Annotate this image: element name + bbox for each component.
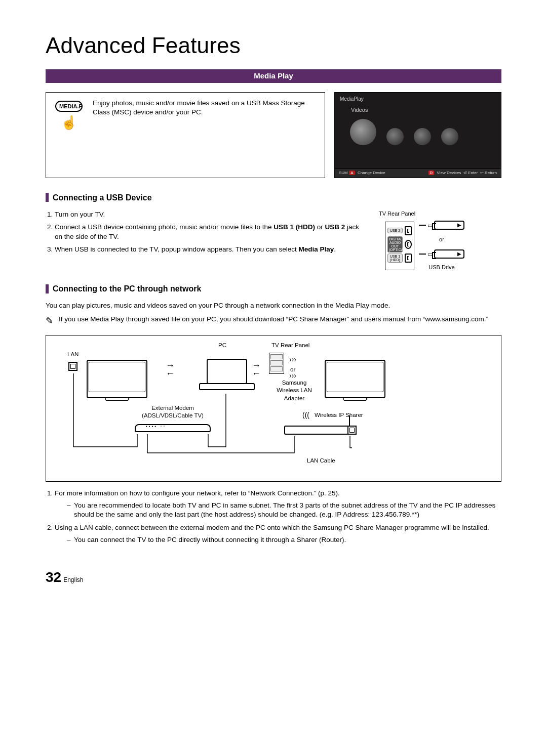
rear-panel-diagram: USB 2 DIGITAL AUDIO OUT (OPTICAL) USB 1 …	[385, 221, 491, 271]
category-icon	[386, 128, 404, 145]
pc-note: ✎ If you use Media Play through saved fi…	[46, 315, 501, 327]
list-item: You can connect the TV to the PC directl…	[67, 535, 501, 544]
bottombar-left: SUM A Change Device	[339, 171, 385, 176]
hand-icon: ☝	[52, 114, 86, 132]
rear-panel-label: TV Rear Panel	[379, 210, 501, 218]
section-usb-heading: Connecting a USB Device	[46, 192, 501, 203]
tv-screenshot: MediaPlay Videos SUM A Change Device D V…	[334, 92, 501, 178]
cable-lines	[46, 335, 501, 481]
list-item: Using a LAN cable, connect between the e…	[55, 523, 501, 544]
page-number: 32	[46, 568, 61, 587]
usb-drive-icon	[434, 249, 464, 259]
list-item: You are recommended to locate both TV an…	[67, 501, 501, 519]
usb-port-icon	[405, 226, 412, 235]
intro-row: MEDIA.P ☝ Enjoy photos, music and/or mov…	[46, 92, 501, 178]
list-item: When USB is connected to the TV, popup w…	[55, 245, 363, 254]
pc-intro-para: You can play pictures, music and videos …	[46, 301, 501, 310]
page-language: English	[63, 576, 83, 584]
usb-drive-label: USB Drive	[428, 264, 454, 271]
screenshot-header: MediaPlay	[340, 96, 496, 103]
network-diagram: LAN PC TV Rear Panel or Samsung Wireless…	[46, 335, 501, 482]
list-item: Connect a USB device containing photo, m…	[55, 223, 363, 241]
a-badge: A	[349, 171, 355, 175]
usb-steps: Turn on your TV. Connect a USB device co…	[55, 210, 363, 254]
bottombar-right: D View Devices ⏎ Enter ↩ Return	[428, 171, 497, 176]
note-icon: ✎	[46, 315, 56, 327]
media-play-bar: Media Play	[46, 69, 501, 82]
list-item: For more information on how to configure…	[55, 489, 501, 520]
page-title: Advanced Features	[46, 30, 501, 60]
pc-steps: For more information on how to configure…	[55, 489, 501, 544]
section-pc-heading: Connecting to the PC through network	[46, 283, 501, 295]
optical-port-icon	[405, 240, 412, 249]
intro-box: MEDIA.P ☝ Enjoy photos, music and/or mov…	[46, 92, 325, 178]
usb-drive-icon	[434, 221, 464, 230]
d-badge: D	[428, 171, 435, 175]
intro-text: Enjoy photos, music and/or movie files s…	[93, 99, 317, 170]
mediap-button-icon: MEDIA.P	[55, 101, 83, 112]
screenshot-category: Videos	[351, 106, 496, 114]
list-item: Turn on your TV.	[55, 210, 363, 219]
usb-port-icon	[405, 254, 412, 263]
page-footer: 32 English	[46, 568, 501, 587]
mediap-button-block: MEDIA.P ☝	[52, 99, 86, 170]
videos-icon	[350, 119, 376, 145]
or-text: or	[439, 236, 444, 243]
category-icon	[414, 128, 431, 145]
settings-icon	[441, 128, 458, 145]
